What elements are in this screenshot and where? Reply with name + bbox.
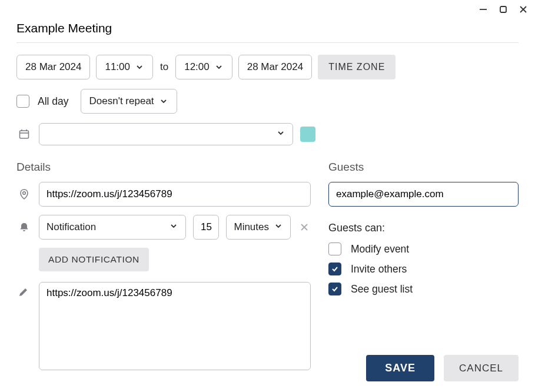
modify-event-checkbox[interactable] — [328, 242, 341, 255]
guests-can-heading: Guests can: — [328, 222, 519, 234]
close-window-icon[interactable] — [517, 4, 529, 15]
start-time-picker[interactable]: 11:00 — [96, 55, 153, 79]
invite-others-checkbox[interactable] — [328, 263, 341, 275]
notification-unit-select[interactable]: Minutes — [226, 215, 291, 240]
details-heading: Details — [16, 161, 311, 174]
save-button[interactable]: SAVE — [366, 355, 434, 381]
svg-point-8 — [23, 192, 26, 195]
guests-input[interactable] — [328, 182, 519, 207]
to-label: to — [159, 61, 170, 73]
chevron-down-icon — [135, 62, 144, 72]
see-guest-list-label: See guest list — [351, 283, 413, 295]
remove-notification-button[interactable] — [298, 221, 311, 234]
chevron-down-icon — [159, 97, 168, 106]
svg-rect-4 — [20, 131, 29, 138]
end-time-picker[interactable]: 12:00 — [175, 55, 232, 79]
cancel-button[interactable]: CANCEL — [444, 355, 519, 381]
event-title-input[interactable] — [16, 16, 519, 43]
chevron-down-icon — [276, 128, 285, 140]
location-input[interactable] — [39, 182, 311, 207]
end-time-value: 12:00 — [184, 61, 210, 73]
see-guest-list-checkbox[interactable] — [328, 283, 341, 295]
repeat-value: Doesn't repeat — [89, 95, 154, 107]
chevron-down-icon — [214, 62, 224, 72]
all-day-label: All day — [38, 95, 69, 108]
notification-type-select[interactable]: Notification — [39, 215, 186, 240]
notification-type-value: Notification — [46, 221, 96, 233]
svg-rect-1 — [500, 6, 506, 12]
add-notification-button[interactable]: ADD NOTIFICATION — [39, 248, 149, 271]
notification-unit-value: Minutes — [234, 221, 269, 233]
start-date-value: 28 Mar 2024 — [25, 61, 81, 73]
chevron-down-icon — [169, 221, 178, 234]
invite-others-label: Invite others — [351, 263, 407, 275]
end-date-picker[interactable]: 28 Mar 2024 — [238, 55, 312, 79]
end-date-value: 28 Mar 2024 — [247, 61, 303, 73]
maximize-icon[interactable] — [497, 4, 509, 15]
location-icon — [16, 188, 32, 200]
calendar-color-swatch[interactable] — [300, 127, 315, 142]
start-time-value: 11:00 — [105, 61, 130, 73]
minimize-icon[interactable] — [477, 4, 489, 15]
bell-icon — [16, 221, 32, 233]
all-day-checkbox[interactable] — [16, 95, 29, 108]
notification-value-input[interactable] — [193, 215, 219, 240]
calendar-select[interactable] — [39, 123, 293, 145]
timezone-button[interactable]: TIME ZONE — [318, 55, 396, 79]
pencil-icon — [16, 282, 32, 370]
start-date-picker[interactable]: 28 Mar 2024 — [16, 55, 90, 79]
guests-heading: Guests — [328, 161, 519, 174]
repeat-select[interactable]: Doesn't repeat — [81, 89, 177, 114]
description-textarea[interactable] — [39, 282, 311, 370]
calendar-icon — [16, 128, 32, 140]
modify-event-label: Modify event — [351, 243, 409, 255]
chevron-down-icon — [274, 221, 283, 234]
